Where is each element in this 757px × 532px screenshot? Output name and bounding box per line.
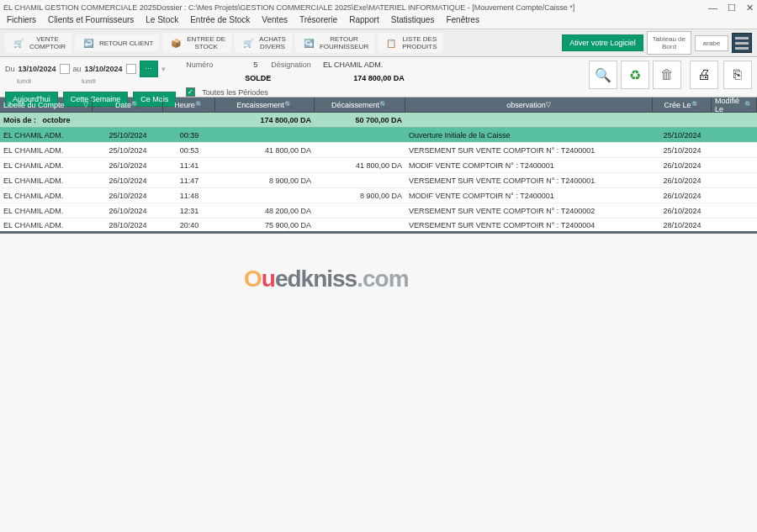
- table-row[interactable]: EL CHAMIL ADM.28/10/202420:4075 900,00 D…: [0, 219, 757, 234]
- col-cree-le[interactable]: Crée Le🔍: [653, 97, 712, 112]
- numero-value: 5: [253, 61, 257, 69]
- cell-encaissement: [215, 188, 315, 203]
- col-modifie-le[interactable]: Modifié Le🔍: [712, 97, 757, 112]
- col-heure[interactable]: Heure🔍: [163, 97, 215, 112]
- close-button[interactable]: ✕: [746, 3, 754, 13]
- cell-compte: EL CHAMIL ADM.: [0, 128, 93, 142]
- table-row[interactable]: EL CHAMIL ADM.26/10/202412:3148 200,00 D…: [0, 203, 757, 219]
- cell-decaissement: [315, 203, 405, 218]
- menu-fichiers[interactable]: Fichiers: [7, 15, 36, 29]
- cell-compte: EL CHAMIL ADM.: [0, 173, 93, 187]
- tableau-bord-button[interactable]: Tableau de Bord: [647, 31, 691, 55]
- cell-compte: EL CHAMIL ADM.: [0, 219, 93, 231]
- exit-icon: ⎘: [733, 67, 742, 82]
- solde-value: 174 800,00 DA: [353, 74, 405, 82]
- cell-cree: 26/10/2024: [653, 173, 712, 187]
- cell-observation: VERSEMENT SUR VENTE COMPTOIR N° : T24000…: [405, 219, 653, 231]
- cell-observation: MODIF VENTE COMPTOIR N° : T2400001: [405, 158, 653, 172]
- arabe-button[interactable]: arabe: [695, 35, 728, 51]
- table-row[interactable]: EL CHAMIL ADM.26/10/202411:488 900,00 DA…: [0, 188, 757, 203]
- cell-date: 25/10/2024: [93, 143, 163, 157]
- cell-heure: 20:40: [163, 219, 215, 231]
- cell-heure: 00:39: [163, 128, 215, 142]
- search-icon[interactable]: 🔍: [379, 101, 388, 108]
- cell-modifie: [712, 173, 757, 187]
- printer-icon: 🖨: [697, 67, 711, 82]
- menu-entree-stock[interactable]: Entrée de Stock: [190, 15, 250, 29]
- delete-button[interactable]: 🗑: [653, 61, 681, 89]
- calendar-icon[interactable]: [126, 64, 136, 74]
- cell-modifie: [712, 128, 757, 142]
- search-icon[interactable]: 🔍: [284, 101, 293, 108]
- cell-decaissement: [315, 143, 405, 157]
- cell-date: 26/10/2024: [93, 203, 163, 218]
- menu-ventes[interactable]: Ventes: [262, 15, 288, 29]
- stock-in-icon: 📦: [168, 37, 183, 49]
- table-row[interactable]: EL CHAMIL ADM.25/10/202400:39Ouverture I…: [0, 128, 757, 143]
- list-icon: 📋: [384, 37, 399, 49]
- col-encaissement[interactable]: Encaissement🔍: [215, 97, 315, 112]
- search-icon[interactable]: 🔍: [744, 101, 753, 108]
- liste-produits-button[interactable]: 📋LISTE DES PRODUITS: [378, 33, 442, 53]
- cell-encaissement: 41 800,00 DA: [215, 143, 315, 157]
- cell-date: 26/10/2024: [93, 158, 163, 172]
- activer-logiciel-button[interactable]: Ativer votre Logiciel: [562, 34, 643, 51]
- vente-comptoir-button[interactable]: 🛒VENTE COMPTOIR: [5, 33, 71, 53]
- designation-label: Désignation: [271, 61, 311, 69]
- menu-rapport[interactable]: Rapport: [349, 15, 379, 29]
- cell-modifie: [712, 188, 757, 203]
- cell-cree: 25/10/2024: [653, 143, 712, 157]
- au-date[interactable]: 13/10/2024: [85, 65, 123, 73]
- col-decaissement[interactable]: Décaissement🔍: [315, 97, 405, 112]
- retour-client-button[interactable]: ↩️RETOUR CLIENT: [75, 34, 159, 51]
- recycle-button[interactable]: ♻: [621, 61, 649, 89]
- cell-cree: 26/10/2024: [653, 188, 712, 203]
- exit-button[interactable]: ⎘: [723, 61, 752, 89]
- print-button[interactable]: 🖨: [690, 61, 718, 89]
- table-row[interactable]: EL CHAMIL ADM.26/10/202411:4141 800,00 D…: [0, 158, 757, 173]
- col-date[interactable]: Date🔍: [93, 97, 163, 112]
- menu-stock[interactable]: Le Stock: [146, 15, 178, 29]
- filter-icon[interactable]: ▽: [83, 101, 88, 108]
- filter-icon[interactable]: ▽: [546, 101, 551, 108]
- search-icon[interactable]: 🔍: [195, 101, 204, 108]
- date-more-button[interactable]: ⋯: [140, 61, 158, 77]
- toutes-periodes-checkbox[interactable]: ✓: [186, 87, 195, 97]
- cell-cree: 26/10/2024: [653, 203, 712, 218]
- du-date[interactable]: 13/10/2024: [19, 65, 56, 73]
- cell-decaissement: 8 900,00 DA: [315, 188, 405, 203]
- achats-divers-button[interactable]: 🛒ACHATS DIVERS: [235, 33, 292, 53]
- cell-heure: 12:31: [163, 203, 215, 218]
- retour-fournisseur-button[interactable]: ↪️RETOUR FOURNISSEUR: [295, 33, 374, 53]
- maximize-button[interactable]: ☐: [728, 3, 736, 13]
- table-row[interactable]: EL CHAMIL ADM.26/10/202411:478 900,00 DA…: [0, 173, 757, 188]
- search-button[interactable]: 🔍: [589, 61, 617, 89]
- title-bar: EL CHAMIL GESTION COMMERCIALE 2025Dossie…: [0, 0, 757, 15]
- table-row[interactable]: EL CHAMIL ADM.25/10/202400:5341 800,00 D…: [0, 143, 757, 158]
- recycle-icon: ♻: [629, 67, 641, 83]
- menu-tresorerie[interactable]: Trésorerie: [299, 15, 337, 29]
- minimize-button[interactable]: —: [708, 3, 717, 13]
- calendar-icon[interactable]: [60, 64, 70, 74]
- summary-row: Mois de : octobre 174 800,00 DA 50 700,0…: [0, 113, 757, 128]
- col-libelle-compte[interactable]: Libellé du Compte▽: [0, 97, 93, 112]
- col-observation[interactable]: observation▽: [405, 97, 653, 112]
- search-icon[interactable]: 🔍: [691, 101, 700, 108]
- cell-observation: MODIF VENTE COMPTOIR N° : T2400001: [405, 188, 653, 203]
- window-title: EL CHAMIL GESTION COMMERCIALE 2025Dossie…: [3, 3, 574, 12]
- entree-stock-button[interactable]: 📦ENTREE DE STOCK: [162, 33, 231, 53]
- burger-menu-button[interactable]: [732, 33, 752, 53]
- menu-fenetres[interactable]: Fenêtres: [446, 15, 479, 29]
- search-icon[interactable]: 🔍: [131, 101, 140, 108]
- cart-icon: 🛒: [241, 37, 256, 49]
- menu-clients-fournisseurs[interactable]: Clients et Fournisseurs: [48, 15, 134, 29]
- cell-heure: 11:41: [163, 158, 215, 172]
- cell-date: 25/10/2024: [93, 128, 163, 142]
- cell-modifie: [712, 143, 757, 157]
- cell-observation: VERSEMENT SUR VENTE COMPTOIR N° : T24000…: [405, 173, 653, 187]
- mois-value: octobre: [43, 116, 71, 124]
- cell-observation: Ouverture Initiale de la Caisse: [405, 128, 653, 142]
- cell-heure: 00:53: [163, 143, 215, 157]
- return-icon: ↩️: [81, 37, 96, 49]
- menu-statistiques[interactable]: Statistiques: [391, 15, 435, 29]
